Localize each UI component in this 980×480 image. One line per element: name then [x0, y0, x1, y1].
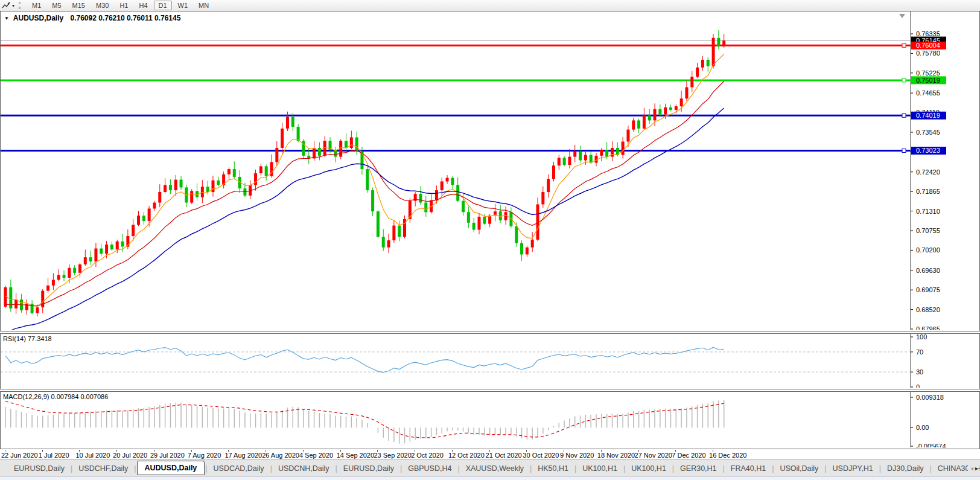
chart-title: ▼ AUDUSD,Daily 0.76092 0.76210 0.76011 0… — [4, 14, 180, 22]
candles-layer — [4, 30, 726, 316]
chart-symbol-period: AUDUSD,Daily — [13, 14, 63, 22]
svg-text:0.74019: 0.74019 — [916, 112, 940, 119]
date-axis-label: 30 Oct 2020 — [523, 452, 559, 459]
support-line-blue-1-badge: 0.74019 — [911, 112, 946, 120]
date-axis-label: 2 Oct 2020 — [411, 452, 444, 459]
date-axis-label: 7 Dec 2020 — [672, 452, 705, 459]
tab-separator: | — [929, 464, 931, 473]
tab-scroll-left-icon[interactable]: ◂ — [970, 465, 973, 472]
tab-separator: | — [134, 464, 136, 473]
chart-tab-usdjpy-h1[interactable]: USDJPY,H1 — [827, 462, 879, 475]
chart-tab-usdcad-daily[interactable]: USDCAD,Daily — [208, 462, 270, 475]
chart-tab-uk100-h1[interactable]: UK100,H1 — [626, 462, 672, 475]
chart-shift-marker — [899, 14, 905, 18]
chart-tab-fra40-h1[interactable]: FRA40,H1 — [725, 462, 771, 475]
price-axis-label: 0.68520 — [916, 306, 940, 313]
svg-text:0.73023: 0.73023 — [916, 147, 940, 154]
date-axis-label: 18 Nov 2020 — [597, 452, 635, 459]
tab-separator: | — [772, 464, 774, 473]
tab-separator: | — [723, 464, 725, 473]
macd-histogram — [5, 400, 724, 444]
macd-signal-line — [5, 402, 724, 438]
macd-label: MACD(12,26,9) 0.007984 0.007086 — [3, 393, 108, 400]
rsi-canvas[interactable]: 10070300 — [1, 334, 978, 388]
date-axis-label: 12 Oct 2020 — [448, 452, 485, 459]
tab-separator: | — [672, 464, 674, 473]
status-bar — [0, 476, 980, 480]
timeframe-button-d1[interactable]: D1 — [154, 1, 172, 10]
dropdown-arrow-icon[interactable]: ▾ — [12, 3, 14, 8]
chart-tab-dj30-daily[interactable]: DJ30,Daily — [882, 462, 929, 475]
price-axis-label: 0.75780 — [916, 50, 940, 57]
price-chart-canvas[interactable]: 0.763350.757800.752250.746550.741100.735… — [1, 11, 978, 330]
macd-panel: MACD(12,26,9) 0.007984 0.007086 0.009318… — [0, 391, 980, 449]
macd-canvas[interactable]: 0.0093180.00-0.005674 — [1, 392, 978, 447]
timeframe-button-h1[interactable]: H1 — [115, 1, 133, 10]
line-tools-icon[interactable] — [2, 1, 11, 10]
date-axis-label: 17 Aug 2020 — [224, 452, 262, 459]
chart-tab-usdcnh-daily[interactable]: USDCNH,Daily — [273, 462, 335, 475]
chart-tab-usoil-daily[interactable]: USOil,Daily — [774, 462, 824, 475]
tab-separator: | — [336, 464, 337, 473]
date-axis-label: 16 Dec 2020 — [709, 452, 746, 459]
date-axis-label: 4 Sep 2020 — [299, 452, 333, 459]
tab-separator: | — [457, 464, 459, 473]
line-handle — [902, 114, 906, 117]
ma-slow-blue — [5, 108, 724, 330]
support-line-green-badge: 0.75019 — [911, 76, 946, 84]
price-axis-label: 0.69075 — [916, 286, 940, 293]
price-axis-label: 0.73545 — [916, 129, 940, 136]
chart-tab-hk50-h1[interactable]: HK50,H1 — [532, 462, 574, 475]
chart-tab-ger30-h1[interactable]: GER30,H1 — [675, 462, 722, 475]
tab-scroll-arrows: ◂▸ — [968, 465, 978, 472]
macd-axis-label: 0.00 — [916, 424, 929, 431]
support-line-blue-2[interactable] — [1, 149, 911, 152]
tab-separator: | — [824, 464, 826, 473]
rsi-panel: RSI(14) 77.3418 10070300 — [0, 333, 980, 389]
resistance-line-red[interactable] — [1, 43, 911, 47]
chart-tab-gbpusd-h4[interactable]: GBPUSD,H4 — [402, 462, 457, 475]
timeframe-button-m1[interactable]: M1 — [27, 1, 46, 10]
price-axis-label: 0.69630 — [916, 267, 940, 274]
date-axis-label: 1 Jul 2020 — [39, 452, 69, 459]
chart-tab-eurusd-daily[interactable]: EURUSD,Daily — [8, 462, 70, 475]
timeframe-button-w1[interactable]: W1 — [173, 1, 193, 10]
rsi-axis-label: 70 — [916, 348, 923, 356]
macd-axis-label: 0.009318 — [916, 394, 944, 401]
timeframe-button-m15[interactable]: M15 — [68, 1, 90, 10]
toolbar-grip[interactable] — [19, 2, 22, 9]
price-axis-label: 0.67965 — [916, 325, 940, 330]
chart-tab-uk100-h1[interactable]: UK100,H1 — [577, 462, 623, 475]
tab-scroll-right-icon[interactable]: ▸ — [975, 465, 978, 472]
chart-tab-eurusd-daily[interactable]: EURUSD,Daily — [338, 462, 399, 475]
svg-text:0.75019: 0.75019 — [916, 77, 940, 84]
timeframe-button-h4[interactable]: H4 — [134, 1, 152, 10]
price-axis-label: 0.70200 — [916, 246, 940, 254]
support-line-green[interactable] — [1, 78, 911, 82]
chart-tab-usdchf-daily[interactable]: USDCHF,Daily — [73, 462, 133, 475]
rsi-axis-label: 30 — [916, 368, 923, 376]
price-axis-label: 0.71310 — [916, 208, 940, 215]
date-axis-label: 10 Jul 2020 — [75, 452, 110, 459]
tab-separator: | — [530, 464, 532, 473]
timeframe-button-m30[interactable]: M30 — [91, 1, 113, 10]
chart-tab-xauusd-weekly[interactable]: XAUUSD,Weekly — [460, 462, 529, 475]
chart-tab-audusd-daily[interactable]: AUDUSD,Daily — [137, 461, 205, 475]
tab-separator: | — [879, 464, 881, 473]
timeframe-button-m5[interactable]: M5 — [47, 1, 66, 10]
tab-separator: | — [400, 464, 402, 473]
chart-ohlc-values: 0.76092 0.76210 0.76011 0.76145 — [71, 14, 181, 22]
price-axis-label: 0.72420 — [916, 168, 940, 176]
ma-fast-orange — [5, 54, 724, 307]
timeframe-button-mn[interactable]: MN — [194, 1, 214, 10]
support-line-blue-1[interactable] — [1, 114, 911, 117]
trading-app-window: ▾ M1M5M15M30H1H4D1W1MN ▼ AUDUSD,Daily 0.… — [0, 0, 980, 480]
price-axis-label: 0.70755 — [916, 227, 940, 234]
price-axis-label: 0.71865 — [916, 188, 940, 195]
date-axis: 22 Jun 20201 Jul 202010 Jul 202020 Jul 2… — [0, 450, 980, 459]
date-axis-label: 9 Nov 2020 — [560, 452, 594, 459]
tab-separator: | — [574, 464, 576, 473]
collapse-icon[interactable]: ▼ — [4, 16, 9, 21]
chart-tab-bar: EURUSD,Daily|USDCHF,Daily|AUDUSD,Daily|U… — [0, 459, 980, 476]
timeframe-buttons: M1M5M15M30H1H4D1W1MN — [27, 2, 214, 9]
